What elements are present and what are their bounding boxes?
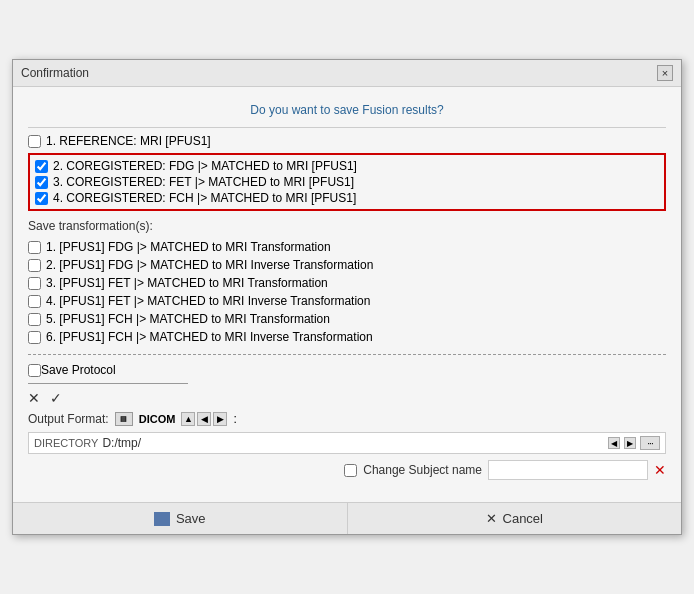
transform-label-1: 2. [PFUS1] FDG |> MATCHED to MRI Inverse… <box>46 258 373 272</box>
dir-next-button[interactable]: ▶ <box>624 437 636 449</box>
transform-list: 1. [PFUS1] FDG |> MATCHED to MRI Transfo… <box>28 236 666 348</box>
x-check-row: ✕ ✓ <box>28 390 666 406</box>
output-format-row: Output Format: ▤ DICOM ▲ ◀ ▶ : <box>28 412 666 426</box>
checked-item-2: 4. COREGISTERED: FCH |> MATCHED to MRI [… <box>35 190 659 206</box>
button-bar: Save ✕ Cancel <box>13 502 681 534</box>
change-subject-label: Change Subject name <box>363 463 482 477</box>
change-subject-checkbox[interactable] <box>344 464 357 477</box>
transform-item-1: 2. [PFUS1] FDG |> MATCHED to MRI Inverse… <box>28 256 666 274</box>
transform-checkbox-2[interactable] <box>28 277 41 290</box>
dicom-icon: ▤ <box>115 412 133 426</box>
checked-label-1: 3. COREGISTERED: FET |> MATCHED to MRI [… <box>53 175 354 189</box>
save-transformations-label: Save transformation(s): <box>28 219 666 233</box>
save-label: Save <box>176 511 206 526</box>
transform-label-3: 4. [PFUS1] FET |> MATCHED to MRI Inverse… <box>46 294 370 308</box>
output-format-value: DICOM <box>139 413 176 425</box>
save-protocol-checkbox[interactable] <box>28 364 41 377</box>
save-button[interactable]: Save <box>13 503 348 534</box>
check-button[interactable]: ✓ <box>50 390 62 406</box>
change-subject-input[interactable] <box>488 460 648 480</box>
transform-checkbox-1[interactable] <box>28 259 41 272</box>
checked-label-2: 4. COREGISTERED: FCH |> MATCHED to MRI [… <box>53 191 356 205</box>
close-button[interactable]: × <box>657 65 673 81</box>
directory-label: DIRECTORY <box>34 437 98 449</box>
checked-checkbox-0[interactable] <box>35 160 48 173</box>
directory-row: DIRECTORY ◀ ▶ ··· <box>28 432 666 454</box>
transform-checkbox-0[interactable] <box>28 241 41 254</box>
confirmation-dialog: Confirmation × Do you want to save Fusio… <box>12 59 682 535</box>
checked-label-0: 2. COREGISTERED: FDG |> MATCHED to MRI [… <box>53 159 357 173</box>
transform-item-3: 4. [PFUS1] FET |> MATCHED to MRI Inverse… <box>28 292 666 310</box>
format-prev-button[interactable]: ◀ <box>197 412 211 426</box>
reference-checkbox[interactable] <box>28 135 41 148</box>
transform-checkbox-5[interactable] <box>28 331 41 344</box>
dialog-title: Confirmation <box>21 66 89 80</box>
change-subject-row: Change Subject name ✕ <box>28 460 666 480</box>
format-up-button[interactable]: ▲ <box>181 412 195 426</box>
transform-label-0: 1. [PFUS1] FDG |> MATCHED to MRI Transfo… <box>46 240 331 254</box>
save-protocol-row: Save Protocol <box>28 363 666 377</box>
transform-label-5: 6. [PFUS1] FCH |> MATCHED to MRI Inverse… <box>46 330 373 344</box>
checked-group: 2. COREGISTERED: FDG |> MATCHED to MRI [… <box>28 153 666 211</box>
reference-label: 1. REFERENCE: MRI [PFUS1] <box>46 134 211 148</box>
x-button[interactable]: ✕ <box>28 390 40 406</box>
protocol-divider <box>28 354 666 355</box>
directory-input[interactable] <box>102 436 604 450</box>
transform-item-4: 5. [PFUS1] FCH |> MATCHED to MRI Transfo… <box>28 310 666 328</box>
title-bar: Confirmation × <box>13 60 681 87</box>
checked-item-0: 2. COREGISTERED: FDG |> MATCHED to MRI [… <box>35 158 659 174</box>
reference-item: 1. REFERENCE: MRI [PFUS1] <box>28 132 666 150</box>
cancel-x-icon: ✕ <box>486 511 497 526</box>
format-next-button[interactable]: ▶ <box>213 412 227 426</box>
dialog-content: Do you want to save Fusion results? 1. R… <box>13 87 681 494</box>
transform-item-0: 1. [PFUS1] FDG |> MATCHED to MRI Transfo… <box>28 238 666 256</box>
save-protocol-label: Save Protocol <box>41 363 116 377</box>
transform-item-5: 6. [PFUS1] FCH |> MATCHED to MRI Inverse… <box>28 328 666 346</box>
transform-checkbox-4[interactable] <box>28 313 41 326</box>
transform-label-2: 3. [PFUS1] FET |> MATCHED to MRI Transfo… <box>46 276 328 290</box>
question-text: Do you want to save Fusion results? <box>28 103 666 117</box>
cancel-label: Cancel <box>503 511 543 526</box>
checked-checkbox-1[interactable] <box>35 176 48 189</box>
output-format-label: Output Format: <box>28 412 109 426</box>
dir-prev-button[interactable]: ◀ <box>608 437 620 449</box>
change-subject-clear-button[interactable]: ✕ <box>654 462 666 478</box>
save-icon <box>154 512 170 526</box>
transform-label-4: 5. [PFUS1] FCH |> MATCHED to MRI Transfo… <box>46 312 330 326</box>
transform-item-2: 3. [PFUS1] FET |> MATCHED to MRI Transfo… <box>28 274 666 292</box>
short-divider <box>28 383 188 384</box>
divider-1 <box>28 127 666 128</box>
format-nav: ▲ ◀ ▶ <box>181 412 227 426</box>
checked-checkbox-2[interactable] <box>35 192 48 205</box>
transform-checkbox-3[interactable] <box>28 295 41 308</box>
dir-browse-button[interactable]: ··· <box>640 436 660 450</box>
cancel-button[interactable]: ✕ Cancel <box>348 503 682 534</box>
format-colon: : <box>233 412 236 426</box>
checked-item-1: 3. COREGISTERED: FET |> MATCHED to MRI [… <box>35 174 659 190</box>
